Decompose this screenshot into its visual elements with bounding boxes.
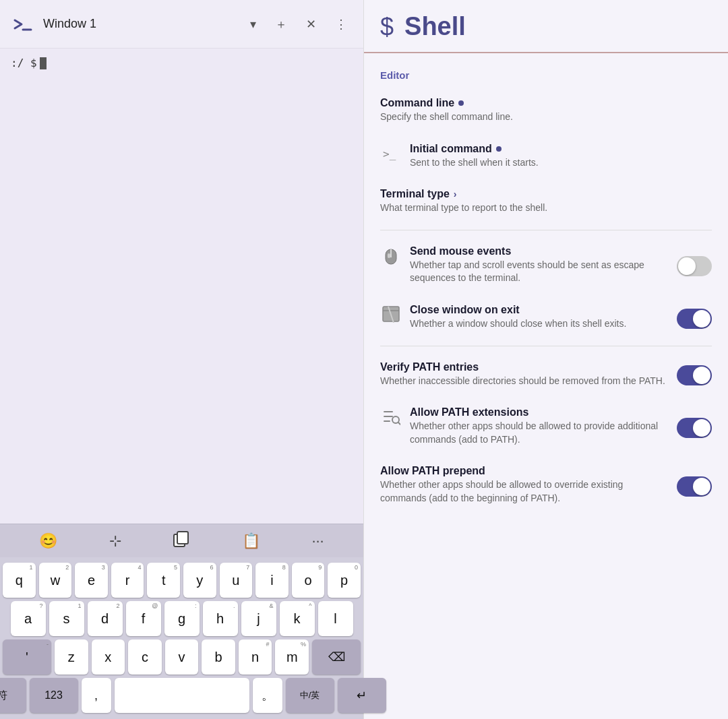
send-mouse-events-toggle-knob xyxy=(678,257,696,275)
initial-command-dot xyxy=(496,146,502,152)
verify-path-left: Verify PATH entries Whether inaccessible… xyxy=(380,361,669,388)
key-e[interactable]: 3e xyxy=(75,563,108,598)
key-lang-switch[interactable]: 中/英 xyxy=(286,678,334,713)
key-period[interactable]: 。 xyxy=(253,678,282,713)
key-p[interactable]: 0p xyxy=(328,563,361,598)
allow-path-prepend-left: Allow PATH prepend Whether other apps sh… xyxy=(380,465,669,505)
key-apostrophe[interactable]: -' xyxy=(3,639,51,675)
key-v[interactable]: v xyxy=(165,639,199,675)
key-x[interactable]: x xyxy=(92,639,125,675)
key-r[interactable]: 4r xyxy=(111,563,144,598)
close-window-toggle-knob xyxy=(693,310,710,327)
key-enter[interactable]: ↵ xyxy=(338,678,386,713)
mouse-icon xyxy=(380,245,402,267)
send-mouse-events-title: Send mouse events xyxy=(410,245,669,257)
terminal-logo-icon xyxy=(11,12,35,36)
key-space[interactable] xyxy=(115,678,249,713)
terminal-type-title: Terminal type › xyxy=(380,188,712,200)
key-j[interactable]: &j xyxy=(241,601,276,636)
terminal-header: Window 1 ▾ ＋ ✕ ⋮ xyxy=(0,0,363,49)
verify-path-desc: Whether inaccessible directories should … xyxy=(380,375,669,388)
keyboard-row-4: 符 123 , 。 中/英 ↵ xyxy=(3,678,361,713)
key-c[interactable]: c xyxy=(128,639,162,675)
key-t[interactable]: 5t xyxy=(147,563,180,598)
close-window-title: Close window on exit xyxy=(410,304,669,316)
copy-paste-icon[interactable] xyxy=(173,530,190,552)
key-m[interactable]: %m xyxy=(275,639,309,675)
svg-text:>_: >_ xyxy=(383,148,396,160)
allow-path-ext-toggle[interactable] xyxy=(677,418,712,438)
allow-path-ext-left: Allow PATH extensions Whether other apps… xyxy=(380,406,669,446)
divider-1 xyxy=(380,230,712,230)
terminal-body[interactable]: :/ $ xyxy=(0,49,363,524)
send-mouse-events-content: Send mouse events Whether tap and scroll… xyxy=(410,245,669,285)
key-u[interactable]: 7u xyxy=(220,563,253,598)
key-s[interactable]: 1s xyxy=(49,601,84,636)
close-tab-icon[interactable]: ✕ xyxy=(301,14,322,34)
initial-command-desc: Sent to the shell when it starts. xyxy=(410,156,712,170)
shell-title: Shell xyxy=(404,12,466,41)
keyboard-row-1: 1q 2w 3e 4r 5t 6y 7u 8i 9o 0p xyxy=(3,563,361,598)
terminal-cursor xyxy=(40,57,47,69)
key-w[interactable]: 2w xyxy=(39,563,72,598)
allow-path-ext-desc: Whether other apps should be allowed to … xyxy=(410,420,669,446)
key-n[interactable]: #n xyxy=(239,639,272,675)
close-window-item: Close window on exit Whether a window sh… xyxy=(380,294,712,340)
terminal-prompt: :/ $ xyxy=(11,57,353,69)
allow-path-prepend-toggle-wrapper xyxy=(677,474,712,497)
key-123[interactable]: 123 xyxy=(30,678,78,713)
keyboard-area: 😊 ⊹ 📋 ··· 1q 2w 3e 4r 5t 6y 7u 8i xyxy=(0,524,363,719)
close-window-desc: Whether a window should close when its s… xyxy=(410,317,669,331)
key-k[interactable]: ^k xyxy=(280,601,315,636)
send-mouse-events-toggle-wrapper xyxy=(677,253,712,276)
key-b[interactable]: b xyxy=(202,639,235,675)
initial-command-content: Initial command Sent to the shell when i… xyxy=(410,143,712,170)
terminal-type-chevron: › xyxy=(454,189,457,199)
allow-path-ext-toggle-knob xyxy=(693,419,710,437)
initial-command-icon: >_ xyxy=(380,143,402,163)
allow-path-prepend-toggle[interactable] xyxy=(677,476,712,497)
add-tab-icon[interactable]: ＋ xyxy=(270,13,293,35)
terminal-type-item[interactable]: Terminal type › What terminal type to re… xyxy=(380,179,712,224)
allow-path-prepend-toggle-knob xyxy=(693,478,710,495)
initial-command-item[interactable]: >_ Initial command Sent to the shell whe… xyxy=(380,133,712,179)
key-f[interactable]: @f xyxy=(126,601,161,636)
command-line-item[interactable]: Command line Specify the shell command l… xyxy=(380,88,712,133)
key-h[interactable]: .h xyxy=(203,601,238,636)
key-o[interactable]: 9o xyxy=(292,563,325,598)
key-q[interactable]: 1q xyxy=(3,563,36,598)
key-l[interactable]: l xyxy=(318,601,353,636)
close-window-toggle[interactable] xyxy=(677,309,712,329)
key-g[interactable]: :g xyxy=(164,601,200,636)
allow-path-prepend-content: Allow PATH prepend Whether other apps sh… xyxy=(380,465,669,505)
shell-settings-panel: $ Shell Editor Command line Specify the … xyxy=(364,0,728,719)
emoji-icon[interactable]: 😊 xyxy=(39,532,57,550)
close-window-content: Close window on exit Whether a window sh… xyxy=(410,304,669,331)
more-kb-icon[interactable]: ··· xyxy=(311,532,324,550)
allow-path-ext-content: Allow PATH extensions Whether other apps… xyxy=(410,406,669,446)
keyboard-row-3: -' z x c v b #n %m ⌫ xyxy=(3,639,361,675)
clipboard-icon[interactable]: 📋 xyxy=(242,532,260,550)
cursor-control-icon[interactable]: ⊹ xyxy=(109,532,121,550)
verify-path-toggle-wrapper xyxy=(677,363,712,385)
key-a[interactable]: ?a xyxy=(11,601,46,636)
editor-section-header: Editor xyxy=(380,59,712,88)
send-mouse-events-desc: Whether tap and scroll events should be … xyxy=(410,259,669,285)
shell-header: $ Shell xyxy=(364,0,728,53)
send-mouse-events-toggle[interactable] xyxy=(677,256,712,276)
more-options-icon[interactable]: ⋮ xyxy=(330,14,353,34)
key-i[interactable]: 8i xyxy=(255,563,289,598)
verify-path-toggle[interactable] xyxy=(677,365,712,385)
key-backspace[interactable]: ⌫ xyxy=(312,639,361,675)
key-comma[interactable]: , xyxy=(82,678,111,713)
command-line-title: Command line xyxy=(380,97,712,109)
dropdown-icon[interactable]: ▾ xyxy=(245,14,262,34)
key-special-char[interactable]: 符 xyxy=(0,678,26,713)
key-z[interactable]: z xyxy=(55,639,88,675)
svg-line-14 xyxy=(398,423,400,425)
terminal-type-desc: What terminal type to report to the shel… xyxy=(380,201,712,215)
key-d[interactable]: 2d xyxy=(88,601,123,636)
verify-path-item: Verify PATH entries Whether inaccessible… xyxy=(380,352,712,398)
divider-2 xyxy=(380,346,712,346)
key-y[interactable]: 6y xyxy=(183,563,216,598)
